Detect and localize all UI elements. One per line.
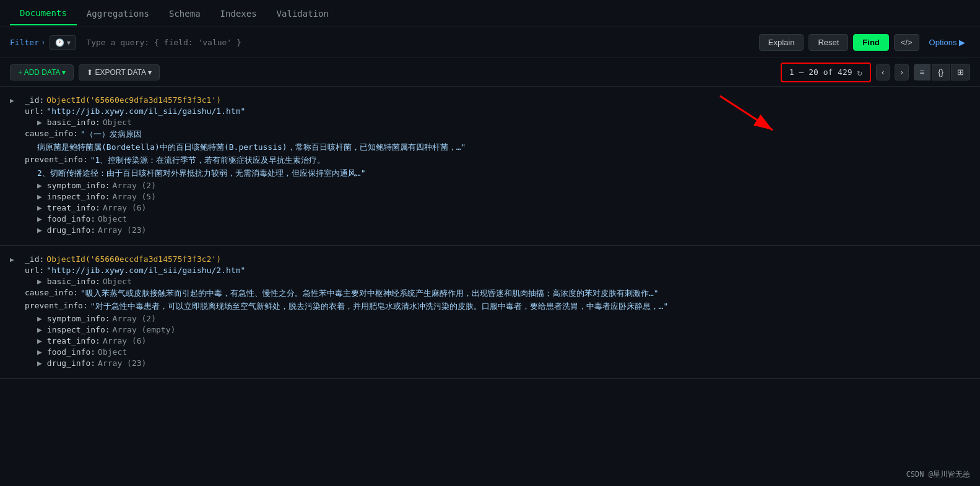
- list-item: ▶ drug_info: Array (23): [37, 358, 970, 368]
- find-button[interactable]: Find: [853, 34, 888, 51]
- list-item: ▶ symptom_info: Array (2): [37, 181, 970, 190]
- pagination-text: 1 – 20 of 429: [789, 67, 852, 77]
- expand-icon[interactable]: ▶: [10, 256, 14, 264]
- list-item: prevent_info: "1、控制传染源：在流行季节，若有前驱症状应及早抗生…: [25, 155, 970, 166]
- view-json-button[interactable]: {}: [932, 64, 950, 80]
- export-data-button[interactable]: ⬆ EXPORT DATA ▾: [79, 64, 159, 80]
- table-row: ▶ _id: ObjectId('65660ec9dfa3d14575f3f3c…: [0, 87, 980, 246]
- list-item: ▶ inspect_info: Array (5): [37, 192, 970, 201]
- options-button[interactable]: Options ▶: [924, 35, 970, 50]
- filter-bar: Filter⬆ 🕐 ▾ Explain Reset Find </> Optio…: [0, 27, 980, 58]
- tab-schema[interactable]: Schema: [159, 2, 210, 25]
- clock-icon: 🕐: [55, 38, 64, 47]
- nav-tabs: Documents Aggregations Schema Indexes Va…: [0, 0, 980, 27]
- view-list-button[interactable]: ≡: [914, 64, 931, 80]
- prev-page-button[interactable]: ‹: [876, 64, 890, 80]
- list-item: cause_info: "（一）发病原因: [25, 129, 970, 140]
- table-row: ▶ _id: ObjectId('65660eccdfa3d14575f3f3c…: [0, 246, 980, 379]
- view-grid-button[interactable]: ⊞: [951, 64, 970, 80]
- list-item: ▶ drug_info: Array (23): [37, 225, 970, 235]
- list-item: url: "http://jib.xywy.com/il_sii/gaishu/…: [25, 106, 970, 116]
- refresh-icon[interactable]: ↻: [857, 67, 862, 77]
- history-button[interactable]: 🕐 ▾: [50, 35, 76, 50]
- toolbar: + ADD DATA ▾ ⬆ EXPORT DATA ▾ 1 – 20 of 4…: [0, 58, 980, 87]
- query-input[interactable]: [81, 35, 753, 50]
- view-toggle: ≡ {} ⊞: [914, 64, 970, 80]
- tab-documents[interactable]: Documents: [10, 2, 77, 25]
- list-item: url: "http://jib.xywy.com/il_sii/gaishu/…: [25, 266, 970, 275]
- list-item: _id: ObjectId('65660eccdfa3d14575f3f3c2'…: [25, 254, 970, 264]
- next-page-button[interactable]: ›: [895, 64, 908, 80]
- watermark: CSDN @星川皆无恙: [906, 469, 970, 480]
- list-item: ▶ symptom_info: Array (2): [37, 314, 970, 323]
- tab-aggregations[interactable]: Aggregations: [77, 2, 159, 25]
- list-item: ▶ basic_info: Object: [37, 277, 970, 286]
- pagination-info: 1 – 20 of 429 ↻: [781, 63, 871, 82]
- list-item: ▶ food_info: Object: [37, 347, 970, 357]
- list-item: ▶ food_info: Object: [37, 214, 970, 223]
- add-data-button[interactable]: + ADD DATA ▾: [10, 64, 74, 80]
- tab-validation[interactable]: Validation: [267, 2, 339, 25]
- list-item: ▶ treat_info: Array (6): [37, 336, 970, 345]
- list-item: ▶ treat_info: Array (6): [37, 203, 970, 212]
- list-item: ▶ basic_info: Object: [37, 118, 970, 127]
- expand-icon[interactable]: ▶: [10, 97, 14, 105]
- dropdown-chevron-icon: ▾: [67, 38, 71, 47]
- explain-button[interactable]: Explain: [759, 34, 804, 51]
- list-item: 病原菌是鲍特菌属(Bordetella)中的百日咳鲍特菌(B.pertussis…: [37, 142, 970, 153]
- filter-label: Filter⬆: [10, 38, 45, 47]
- list-item: _id: ObjectId('65660ec9dfa3d14575f3f3c1'…: [25, 95, 970, 105]
- list-item: ▶ inspect_info: Array (empty): [37, 325, 970, 334]
- document-list: ▶ _id: ObjectId('65660ec9dfa3d14575f3f3c…: [0, 87, 980, 486]
- reset-button[interactable]: Reset: [809, 34, 848, 51]
- code-toggle-button[interactable]: </>: [894, 34, 919, 51]
- list-item: 2、切断传播途径：由于百日咳杆菌对外界抵抗力较弱，无需消毒处理，但应保持室内通风…: [37, 168, 970, 179]
- list-item: cause_info: "吸入苯蒸气或皮肤接触苯而引起的中毒，有急性、慢性之分。…: [25, 288, 970, 299]
- tab-indexes[interactable]: Indexes: [210, 2, 267, 25]
- list-item: prevent_info: "对于急性中毒患者，可以立即脱离现场至空气新鲜处，脱…: [25, 301, 970, 312]
